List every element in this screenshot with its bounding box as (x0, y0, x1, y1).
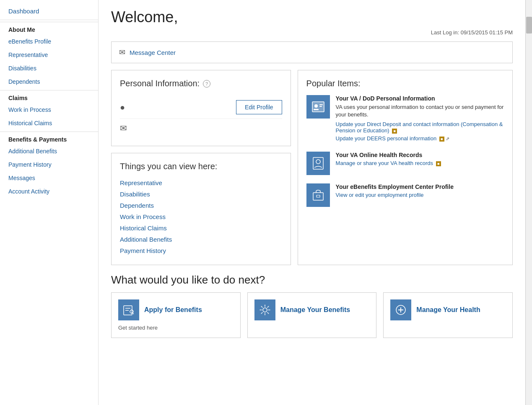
svg-point-14 (263, 308, 267, 312)
health-records-link[interactable]: Manage or share your VA health records ■ (336, 160, 441, 166)
employment-content: Your eBenefits Employment Center Profile… (336, 183, 454, 207)
scrollbar-thumb[interactable] (526, 17, 532, 34)
help-icon[interactable]: ? (203, 80, 210, 88)
popular-item-2: Your VA Online Health Records Manage or … (306, 152, 504, 175)
ext-icon-1: ■ (392, 129, 397, 134)
popular-items-box: Popular Items: Your VA / DoD Personal In… (298, 70, 513, 265)
manage-benefits-icon (254, 299, 275, 320)
what-next-section: What would you like to do next? Apply fo… (111, 273, 513, 338)
view-here-link[interactable]: Dependents (120, 200, 282, 211)
sidebar-item-account-activity[interactable]: Account Activity (0, 185, 98, 198)
apply-benefits-card[interactable]: Apply for Benefits Get started here (111, 292, 241, 338)
envelope-icon: ✉ (119, 48, 125, 57)
svg-rect-0 (312, 102, 324, 112)
view-here-box: Things you can view here: Representative… (111, 153, 291, 265)
view-here-link[interactable]: Disabilities (120, 188, 282, 200)
va-dod-info-title: Your VA / DoD Personal Information (336, 95, 504, 102)
va-dod-info-icon (306, 95, 330, 119)
ext-icon-3: ■ (436, 161, 441, 166)
sidebar-item-work-in-process[interactable]: Work in Process (0, 103, 98, 116)
person-icon: ● (120, 103, 125, 112)
manage-benefits-card-top: Manage Your Benefits (254, 299, 350, 320)
ext-icon-2: ■ (439, 137, 444, 142)
direct-deposit-link[interactable]: Update your Direct Deposit and contact i… (336, 121, 504, 134)
view-here-link[interactable]: Payment History (120, 245, 282, 256)
manage-health-title: Manage Your Health (416, 306, 480, 314)
page-title: Welcome, (111, 8, 513, 26)
apply-benefits-subtitle: Get started here (118, 325, 158, 331)
va-dod-info-desc: VA uses your personal information to con… (336, 103, 504, 119)
personal-info-title: Personal Information: ? (120, 79, 282, 88)
view-here-links: RepresentativeDisabilitiesDependentsWork… (120, 177, 282, 256)
manage-benefits-card[interactable]: Manage Your Benefits (247, 292, 377, 338)
what-next-title: What would you like to do next? (111, 273, 513, 286)
popular-item-3: Your eBenefits Employment Center Profile… (306, 183, 504, 207)
svg-rect-9 (317, 195, 320, 197)
svg-rect-3 (314, 109, 319, 110)
sidebar-item-messages[interactable]: Messages (0, 171, 98, 185)
health-records-content: Your VA Online Health Records Manage or … (336, 152, 441, 175)
employment-title: Your eBenefits Employment Center Profile (336, 183, 454, 190)
view-here-title: Things you can view here: (120, 162, 282, 171)
view-here-link[interactable]: Work in Process (120, 211, 282, 222)
sidebar: Dashboard About Me eBenefits Profile Rep… (0, 0, 99, 405)
view-here-link[interactable]: Representative (120, 177, 282, 188)
svg-rect-8 (313, 193, 323, 200)
sidebar-item-representative[interactable]: Representative (0, 48, 98, 62)
external-link-icon: ⇗ (446, 136, 449, 141)
manage-health-card[interactable]: Manage Your Health (383, 292, 513, 338)
va-dod-info-content: Your VA / DoD Personal Information VA us… (336, 95, 504, 143)
sidebar-item-dependents[interactable]: Dependents (0, 75, 98, 88)
deers-link[interactable]: Update your DEERS personal information ■… (336, 135, 504, 142)
apply-benefits-title: Apply for Benefits (144, 306, 202, 314)
left-column: Personal Information: ? ● Edit Profile ✉… (111, 70, 291, 265)
sidebar-item-disabilities[interactable]: Disabilities (0, 62, 98, 75)
view-here-link[interactable]: Additional Benefits (120, 234, 282, 245)
svg-point-2 (314, 104, 318, 108)
health-records-title: Your VA Online Health Records (336, 152, 441, 158)
sidebar-section-about-me: About Me (0, 22, 98, 35)
popular-item-1: Your VA / DoD Personal Information VA us… (306, 95, 504, 143)
apply-benefits-icon (118, 299, 139, 320)
manage-health-icon (390, 299, 411, 320)
profile-name-field: ● Edit Profile (120, 96, 282, 119)
popular-items-title: Popular Items: (306, 79, 504, 88)
svg-rect-5 (319, 106, 322, 107)
svg-rect-4 (319, 104, 323, 105)
message-center-link[interactable]: Message Center (130, 49, 176, 56)
sidebar-item-ebenefits-profile[interactable]: eBenefits Profile (0, 35, 98, 48)
edit-profile-button[interactable]: Edit Profile (236, 100, 282, 114)
sidebar-section-claims: Claims (0, 90, 98, 103)
svg-point-7 (316, 160, 320, 164)
what-next-cards: Apply for Benefits Get started here Mana… (111, 292, 513, 338)
sidebar-section-benefits: Benefits & Payments (0, 132, 98, 144)
sidebar-item-payment-history[interactable]: Payment History (0, 158, 98, 171)
personal-info-box: Personal Information: ? ● Edit Profile ✉ (111, 70, 291, 146)
manage-benefits-title: Manage Your Benefits (280, 306, 350, 314)
view-here-link[interactable]: Historical Claims (120, 222, 282, 234)
svg-point-13 (130, 310, 133, 313)
sidebar-item-additional-benefits[interactable]: Additional Benefits (0, 144, 98, 158)
apply-benefits-card-top: Apply for Benefits (118, 299, 202, 320)
message-center-box: ✉ Message Center (111, 41, 513, 63)
health-records-icon (306, 152, 330, 175)
employment-profile-link[interactable]: View or edit your employment profile (336, 192, 454, 198)
main-content: Welcome, Last Log in: 09/15/2015 01:15 P… (99, 0, 525, 405)
profile-email-field: ✉ (120, 119, 282, 137)
last-login-text: Last Log in: 09/15/2015 01:15 PM (111, 29, 513, 36)
scrollbar-track[interactable] (525, 0, 532, 405)
sidebar-item-dashboard[interactable]: Dashboard (0, 4, 98, 20)
email-icon: ✉ (120, 123, 127, 133)
manage-health-card-top: Manage Your Health (390, 299, 480, 320)
employment-icon (306, 183, 330, 207)
sidebar-item-historical-claims[interactable]: Historical Claims (0, 116, 98, 130)
two-col-section: Personal Information: ? ● Edit Profile ✉… (111, 70, 513, 265)
